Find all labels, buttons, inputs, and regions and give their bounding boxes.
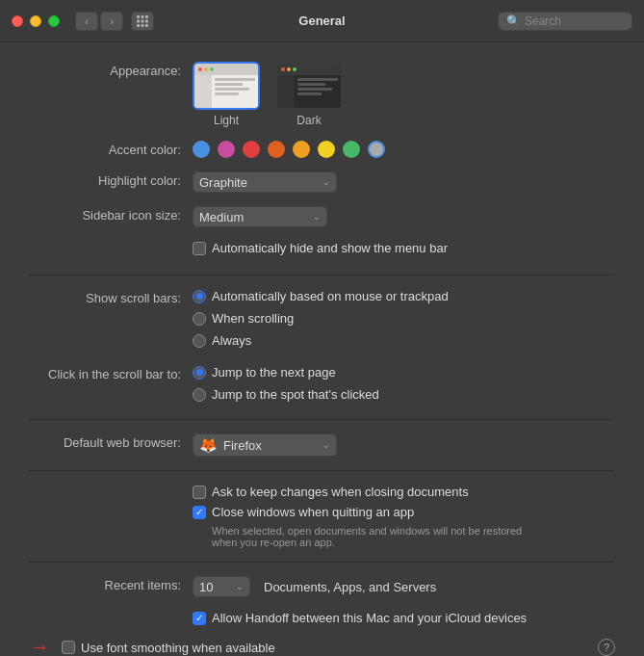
divider-4 [29, 562, 615, 563]
browser-name: Firefox [223, 438, 313, 453]
svg-rect-5 [145, 19, 148, 22]
accent-red[interactable] [243, 141, 260, 158]
sidebar-icon-value: Medium [199, 210, 244, 224]
close-windows-label: Close windows when quitting an app [212, 505, 414, 519]
browser-label: Default web browser: [29, 433, 193, 450]
click-scroll-options: Jump to the next page Jump to the spot t… [193, 365, 379, 406]
close-docs-block: Ask to keep changes when closing documen… [193, 485, 615, 548]
svg-rect-6 [137, 24, 140, 27]
click-scroll-row: Click in the scroll bar to: Jump to the … [29, 365, 615, 406]
close-button[interactable] [12, 15, 23, 27]
click-scroll-label: Click in the scroll bar to: [29, 365, 193, 381]
sidebar-icon-arrow: ⌄ [313, 212, 321, 222]
light-label: Light [214, 114, 239, 127]
forward-button[interactable]: › [100, 12, 123, 31]
browser-row: Default web browser: 🦊 Firefox ⌄ [29, 433, 615, 457]
click-spot-row: Jump to the spot that's clicked [193, 387, 379, 402]
appearance-row: Appearance: [29, 62, 615, 127]
search-input[interactable] [525, 14, 624, 28]
accent-orange[interactable] [268, 141, 285, 158]
scroll-always-radio[interactable] [193, 334, 206, 348]
svg-rect-2 [145, 15, 148, 18]
recent-items-row: Recent items: 10 ⌄ Documents, Apps, and … [29, 576, 615, 597]
svg-rect-8 [145, 24, 148, 27]
help-button[interactable]: ? [598, 639, 615, 656]
traffic-lights [12, 15, 60, 27]
menu-bar-empty-label [29, 241, 193, 243]
minimize-button[interactable] [30, 15, 41, 27]
handoff-block: Allow Handoff between this Mac and your … [193, 611, 615, 625]
click-next-row: Jump to the next page [193, 365, 336, 380]
sidebar-icon-row: Sidebar icon size: Medium ⌄ [29, 206, 615, 227]
menu-bar-checkbox-row: Automatically hide and show the menu bar [193, 241, 448, 255]
ask-changes-checkbox[interactable] [193, 485, 206, 499]
scroll-bars-row: Show scroll bars: Automatically based on… [29, 289, 615, 352]
font-smoothing-row: → Use font smoothing when available ? [29, 635, 615, 656]
nav-buttons: ‹ › [75, 12, 123, 31]
font-smoothing-label: Use font smoothing when available [81, 641, 275, 655]
scroll-when-radio[interactable] [193, 312, 206, 326]
scroll-bars-label: Show scroll bars: [29, 289, 193, 305]
sidebar-icon-label: Sidebar icon size: [29, 206, 193, 223]
recent-items-suffix: Documents, Apps, and Servers [264, 580, 436, 594]
browser-dropdown[interactable]: 🦊 Firefox ⌄ [193, 433, 337, 457]
highlight-color-value: Graphite [199, 175, 247, 190]
menu-bar-checkbox[interactable] [193, 242, 206, 255]
svg-rect-1 [142, 15, 144, 18]
appearance-options: Light [193, 62, 343, 127]
content-area: Appearance: [0, 42, 644, 656]
svg-rect-0 [137, 15, 140, 18]
recent-items-arrow: ⌄ [236, 582, 244, 591]
grid-button[interactable] [131, 12, 154, 31]
click-spot-radio[interactable] [193, 388, 206, 402]
handoff-row: Allow Handoff between this Mac and your … [193, 611, 615, 625]
sidebar-icon-dropdown[interactable]: Medium ⌄ [193, 206, 327, 227]
appearance-dark-thumb[interactable] [275, 62, 343, 110]
divider-1 [29, 275, 615, 276]
click-next-radio[interactable] [193, 366, 206, 380]
click-next-label: Jump to the next page [212, 365, 336, 380]
accent-graphite[interactable] [368, 141, 385, 158]
appearance-dark-item[interactable]: Dark [275, 62, 343, 127]
close-windows-checkbox[interactable] [193, 506, 206, 519]
highlight-color-dropdown[interactable]: Graphite ⌄ [193, 171, 337, 193]
scroll-auto-radio[interactable] [193, 290, 206, 303]
font-smoothing-checkbox[interactable] [62, 641, 75, 654]
menu-bar-checkbox-label: Automatically hide and show the menu bar [212, 241, 448, 255]
recent-items-dropdown[interactable]: 10 ⌄ [193, 576, 250, 597]
scroll-auto-label: Automatically based on mouse or trackpad [212, 289, 449, 303]
highlight-color-label: Highlight color: [29, 171, 193, 188]
close-windows-note: When selected, open documents and window… [212, 525, 549, 548]
handoff-checkbox[interactable] [193, 612, 206, 625]
accent-color-options [193, 141, 385, 158]
scroll-when-row: When scrolling [193, 311, 294, 326]
close-windows-row: Close windows when quitting an app [193, 505, 615, 519]
accent-green[interactable] [343, 141, 360, 158]
highlight-color-row: Highlight color: Graphite ⌄ [29, 171, 615, 193]
font-smoothing-checkbox-row: Use font smoothing when available [62, 641, 275, 655]
svg-rect-7 [142, 24, 144, 27]
accent-blue[interactable] [193, 141, 210, 158]
click-spot-label: Jump to the spot that's clicked [212, 387, 379, 402]
browser-arrow: ⌄ [322, 440, 330, 450]
appearance-label: Appearance: [29, 62, 193, 78]
maximize-button[interactable] [48, 15, 60, 27]
menu-bar-row: Automatically hide and show the menu bar [29, 241, 615, 261]
search-box[interactable]: 🔍 [498, 12, 632, 31]
accent-color-label: Accent color: [29, 141, 193, 157]
titlebar: ‹ › General 🔍 [0, 0, 644, 42]
scroll-auto-row: Automatically based on mouse or trackpad [193, 289, 449, 303]
appearance-light-thumb[interactable] [193, 62, 260, 110]
svg-rect-4 [142, 19, 144, 22]
accent-purple[interactable] [218, 141, 235, 158]
window-title: General [298, 13, 345, 28]
ask-changes-label: Ask to keep changes when closing documen… [212, 485, 469, 499]
appearance-light-item[interactable]: Light [193, 62, 260, 127]
divider-3 [29, 470, 615, 471]
accent-yellow[interactable] [293, 141, 310, 158]
svg-rect-3 [137, 19, 140, 22]
recent-items-value: 10 [199, 580, 213, 594]
back-button[interactable]: ‹ [75, 12, 98, 31]
accent-gold[interactable] [318, 141, 335, 158]
red-arrow-icon: → [29, 635, 50, 656]
